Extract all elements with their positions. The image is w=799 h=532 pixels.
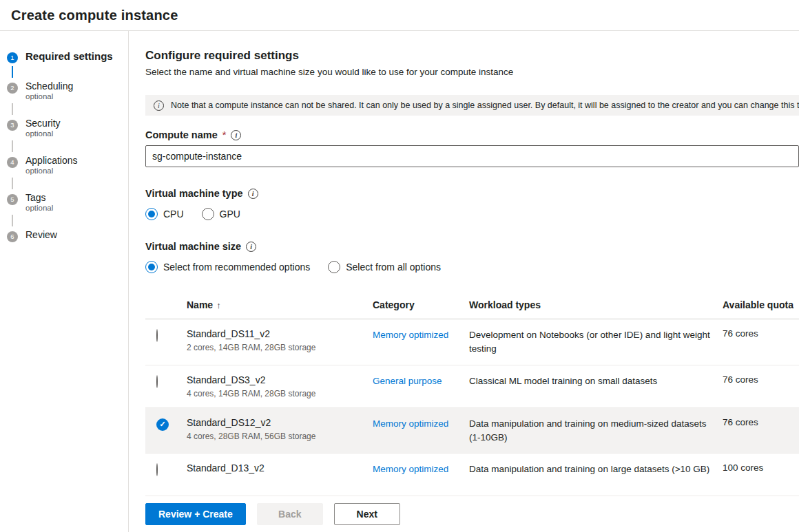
step-label: Tags: [25, 192, 53, 203]
radio-selected-icon[interactable]: [145, 261, 158, 273]
vm-name: Standard_DS11_v2: [187, 328, 373, 339]
category-link[interactable]: Memory optimized: [373, 418, 448, 429]
step-number-badge: 3: [7, 120, 18, 131]
info-icon[interactable]: i: [248, 189, 258, 199]
row-radio-icon[interactable]: [156, 329, 158, 342]
radio-unselected-icon[interactable]: [328, 261, 340, 273]
step-optional-label: optional: [25, 167, 78, 175]
vm-size-option-recommended[interactable]: Select from recommended options: [145, 261, 310, 273]
category-link[interactable]: Memory optimized: [373, 464, 448, 474]
vm-type-option-cpu[interactable]: CPU: [145, 208, 184, 220]
stepper-step-review[interactable]: 6 Review: [7, 229, 124, 242]
step-number-badge: 5: [7, 194, 18, 205]
vm-size-table: Name↑ Category Workload types Available …: [145, 291, 799, 496]
vm-name: Standard_DS12_v2: [187, 417, 373, 428]
step-number-badge: 4: [7, 157, 18, 168]
info-icon[interactable]: i: [246, 242, 256, 252]
vm-size-option-all[interactable]: Select from all options: [328, 261, 441, 273]
step-optional-label: optional: [25, 204, 53, 212]
page-header: Create compute instance: [0, 0, 799, 31]
section-subheading: Select the name and virtual machine size…: [145, 67, 799, 77]
step-label: Review: [25, 229, 57, 240]
wizard-stepper: 1 Required settings 2 Scheduling optiona…: [0, 31, 129, 532]
step-number-badge: 2: [7, 83, 18, 94]
step-number-badge: 1: [7, 52, 18, 63]
step-label: Scheduling: [25, 81, 73, 92]
radio-selected-icon[interactable]: [145, 208, 158, 220]
step-connector: [12, 140, 13, 152]
available-quota: 100 cores: [723, 462, 799, 473]
step-connector: [12, 103, 13, 115]
category-link[interactable]: General purpose: [373, 376, 442, 386]
sort-ascending-icon[interactable]: ↑: [216, 300, 221, 310]
step-optional-label: optional: [25, 92, 73, 100]
vm-size-label: Virtual machine size i: [145, 241, 799, 252]
info-icon: i: [154, 100, 164, 111]
row-radio-icon[interactable]: [156, 463, 158, 476]
vm-name: Standard_DS3_v2: [187, 374, 373, 385]
main-panel: Configure required settings Select the n…: [129, 31, 799, 532]
step-label: Required settings: [25, 50, 113, 62]
stepper-step-scheduling[interactable]: 2 Scheduling optional: [7, 81, 124, 100]
step-connector: [12, 215, 13, 226]
step-optional-label: optional: [25, 129, 61, 138]
back-button[interactable]: Back: [257, 503, 323, 525]
table-header-row: Name↑ Category Workload types Available …: [145, 291, 799, 319]
vm-specs: 4 cores, 14GB RAM, 28GB storage: [187, 389, 373, 398]
column-header-workload[interactable]: Workload types: [469, 299, 723, 310]
vm-type-option-gpu[interactable]: GPU: [202, 208, 240, 220]
category-link[interactable]: Memory optimized: [373, 330, 448, 340]
step-number-badge: 6: [7, 231, 18, 242]
compute-name-label: Compute name * i: [145, 129, 799, 140]
table-row[interactable]: Standard_DS11_v2 2 cores, 14GB RAM, 28GB…: [145, 319, 799, 365]
workload-types: Data manipulation and training on large …: [469, 462, 723, 476]
section-heading: Configure required settings: [145, 49, 799, 63]
workload-types: Classical ML model training on small dat…: [469, 374, 723, 388]
available-quota: 76 cores: [723, 417, 799, 427]
workload-types: Data manipulation and training on medium…: [469, 417, 723, 445]
vm-type-label: Virtual machine type i: [145, 188, 799, 199]
row-selected-check-icon[interactable]: ✓: [156, 418, 169, 431]
available-quota: 76 cores: [723, 328, 799, 339]
info-banner-text: Note that a compute instance can not be …: [171, 100, 799, 110]
vm-specs: 2 cores, 14GB RAM, 28GB storage: [187, 343, 373, 352]
vm-specs: 4 cores, 28GB RAM, 56GB storage: [187, 432, 373, 441]
column-header-name[interactable]: Name↑: [187, 299, 373, 310]
stepper-step-tags[interactable]: 5 Tags optional: [7, 192, 124, 212]
column-header-category[interactable]: Category: [373, 299, 469, 310]
stepper-step-security[interactable]: 3 Security optional: [7, 118, 124, 138]
vm-name: Standard_D13_v2: [187, 462, 373, 474]
table-row[interactable]: Standard_DS3_v2 4 cores, 14GB RAM, 28GB …: [145, 365, 799, 408]
available-quota: 76 cores: [723, 374, 799, 385]
row-radio-icon[interactable]: [156, 375, 158, 388]
stepper-step-required-settings[interactable]: 1 Required settings: [7, 50, 124, 63]
step-connector: [12, 66, 13, 78]
stepper-step-applications[interactable]: 4 Applications optional: [7, 155, 124, 175]
column-header-quota[interactable]: Available quota: [723, 299, 799, 310]
table-row-selected[interactable]: ✓ Standard_DS12_v2 4 cores, 28GB RAM, 56…: [145, 408, 799, 454]
page-title: Create compute instance: [11, 8, 178, 23]
radio-unselected-icon[interactable]: [202, 208, 214, 220]
step-connector: [12, 178, 13, 189]
step-label: Applications: [25, 155, 78, 166]
compute-name-input[interactable]: [145, 145, 799, 167]
required-mark: *: [222, 129, 227, 140]
table-row[interactable]: Standard_D13_v2 Memory optimized Data ma…: [145, 454, 799, 496]
step-label: Security: [25, 118, 61, 129]
wizard-footer: Review + Create Back Next: [129, 498, 799, 532]
info-banner: i Note that a compute instance can not b…: [145, 95, 799, 116]
next-button[interactable]: Next: [334, 503, 400, 525]
review-create-button[interactable]: Review + Create: [145, 503, 246, 525]
workload-types: Development on Notebooks (or other IDE) …: [469, 328, 723, 357]
info-icon[interactable]: i: [231, 130, 241, 140]
